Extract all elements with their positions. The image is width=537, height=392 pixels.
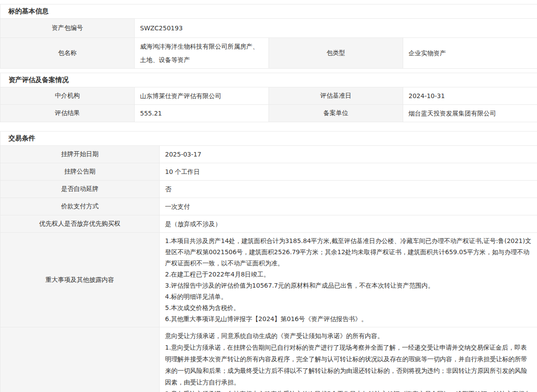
table-row: 挂牌公告期 10 个工作日 — [0, 163, 537, 181]
field-value-auto-extension: 否 — [160, 181, 537, 198]
disclosure-paragraph: 2.在建工程已于2022年4月8日竣工。 — [165, 269, 532, 280]
field-label-asset-package-no: 资产包编号 — [0, 19, 135, 38]
field-label-preemptive-right-waiver: 优先权人是否放弃优先购买权 — [0, 215, 160, 233]
valuation-filing-table: 资产评估及备案情况 中介机构 山东博莱仕资产评估有限公司 评估基准日 2024-… — [0, 73, 537, 122]
basic-info-table: 标的基本信息 资产包编号 SWZC250193 包名称 威海鸿沣海洋生物科技有限… — [0, 4, 537, 69]
field-label-valuation-base-date: 评估基准日 — [269, 87, 403, 105]
field-label-filing-unit: 备案单位 — [269, 105, 403, 122]
field-label-payment-method: 价款支付方式 — [0, 198, 160, 215]
field-label-transferee-commitment — [0, 327, 160, 392]
commitment-paragraph: 2.意向受让方须承诺，自被产权中心确定为受让方的次日起5个工作日内与转让方签订《… — [165, 388, 532, 392]
table-row: 中介机构 山东博莱仕资产评估有限公司 评估基准日 2024-10-31 — [0, 87, 537, 105]
field-value-asset-package-no: SWZC250193 — [135, 19, 537, 38]
field-value-preemptive-right-waiver: 是（放弃或不涉及） — [160, 215, 537, 233]
disclosure-paragraph: 3.评估报告中涉及的评估价值为10567.7元的原材料和产成品已出售，不在本次转… — [165, 280, 532, 291]
field-value-listing-announcement-period: 10 个工作日 — [160, 163, 537, 181]
field-value-package-name: 威海鸿沣海洋生物科技有限公司所属房产、土地、设备等资产 — [135, 38, 269, 69]
table-row: 重大事项及其他披露内容 1.本项目共涉及房产14处，建筑面积合计为3185.84… — [0, 233, 537, 327]
table-row: 是否自动延牌 否 — [0, 181, 537, 198]
field-value-payment-method: 一次支付 — [160, 198, 537, 215]
section-title-valuation-filing: 资产评估及备案情况 — [0, 73, 537, 87]
section-title-transaction-conditions: 交易条件 — [0, 132, 537, 146]
field-label-valuation-result: 评估结果 — [0, 105, 135, 122]
disclosure-paragraph: 4.标的明细详见清单。 — [165, 291, 532, 302]
field-value-listing-start-date: 2025-03-17 — [160, 146, 537, 163]
section-header-row: 交易条件 — [0, 132, 537, 146]
field-value-transferee-commitment: 意向受让方须承诺，同意系统自动生成的《资产受让须知与承诺》的所有内容。 1.意向… — [160, 327, 537, 392]
section-header-row: 标的基本信息 — [0, 4, 537, 19]
table-row: 优先权人是否放弃优先购买权 是（放弃或不涉及） — [0, 215, 537, 233]
table-row: 包名称 威海鸿沣海洋生物科技有限公司所属房产、土地、设备等资产 包类型 企业实物… — [0, 38, 537, 69]
field-value-agency: 山东博莱仕资产评估有限公司 — [135, 87, 269, 105]
disclosure-paragraph: 5.本次成交价格为含税价。 — [165, 302, 532, 314]
field-label-agency: 中介机构 — [0, 87, 135, 105]
field-value-filing-unit: 烟台蓝天投资发展集团有限公司 — [403, 105, 537, 122]
field-label-major-disclosure: 重大事项及其他披露内容 — [0, 233, 160, 327]
field-label-package-type: 包类型 — [269, 38, 403, 69]
table-row: 资产包编号 SWZC250193 — [0, 19, 537, 38]
commitment-paragraph: 意向受让方须承诺，同意系统自动生成的《资产受让须知与承诺》的所有内容。 — [165, 330, 532, 342]
field-label-listing-start-date: 挂牌开始日期 — [0, 146, 160, 163]
table-row: 意向受让方须承诺，同意系统自动生成的《资产受让须知与承诺》的所有内容。 1.意向… — [0, 327, 537, 392]
field-label-listing-announcement-period: 挂牌公告期 — [0, 163, 160, 181]
section-title-basic-info: 标的基本信息 — [0, 4, 537, 19]
table-row: 挂牌开始日期 2025-03-17 — [0, 146, 537, 163]
field-value-major-disclosure: 1.本项目共涉及房产14处，建筑面积合计为3185.84平方米,截至评估基准日办… — [160, 233, 537, 327]
table-row: 评估结果 555.21 备案单位 烟台蓝天投资发展集团有限公司 — [0, 105, 537, 122]
field-value-valuation-result: 555.21 — [135, 105, 269, 122]
field-label-package-name: 包名称 — [0, 38, 135, 69]
field-label-auto-extension: 是否自动延牌 — [0, 181, 160, 198]
field-value-valuation-base-date: 2024-10-31 — [403, 87, 537, 105]
transaction-conditions-table: 交易条件 挂牌开始日期 2025-03-17 挂牌公告期 10 个工作日 是否自… — [0, 131, 537, 392]
table-row: 价款支付方式 一次支付 — [0, 198, 537, 215]
disclosure-paragraph: 1.本项目共涉及房产14处，建筑面积合计为3185.84平方米,截至评估基准日办… — [165, 235, 532, 269]
commitment-paragraph: 1.意向受让方须承诺，在挂牌公告期间已自行对标的资产进行了现场考察并全面了解，一… — [165, 342, 532, 388]
section-header-row: 资产评估及备案情况 — [0, 73, 537, 87]
field-value-package-type: 企业实物资产 — [403, 38, 537, 69]
disclosure-paragraph: 6.其他重大事项详见山博评报字【2024】第016号《资产评估报告书》。 — [165, 314, 532, 325]
